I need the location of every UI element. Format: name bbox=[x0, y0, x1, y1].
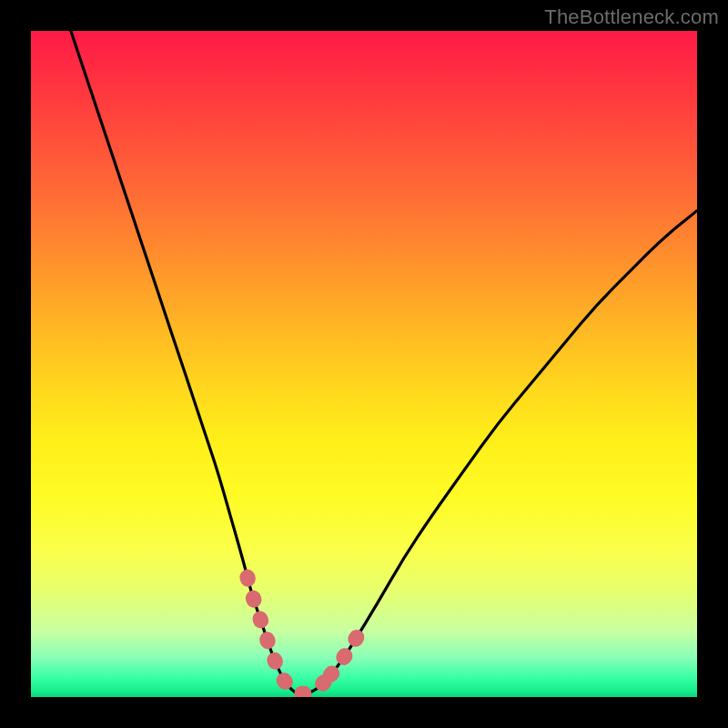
highlight-bottom bbox=[284, 679, 328, 694]
curve-path bbox=[71, 31, 697, 693]
plot-area bbox=[31, 31, 697, 697]
watermark-text: TheBottleneck.com bbox=[544, 5, 719, 29]
highlight-right bbox=[330, 636, 357, 674]
bottleneck-curve bbox=[31, 31, 697, 697]
chart-frame: TheBottleneck.com bbox=[0, 0, 728, 728]
highlight-left bbox=[248, 577, 281, 673]
